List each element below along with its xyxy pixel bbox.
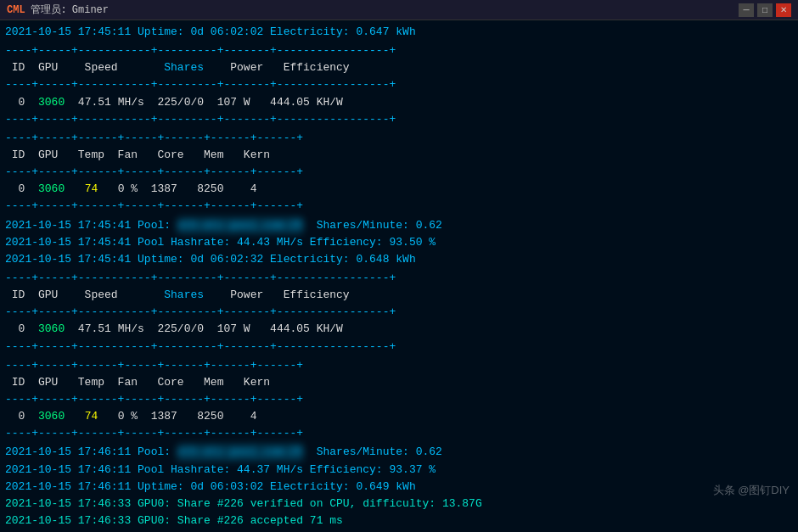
title-bar: CML 管理员: Gminer ─ □ ✕	[0, 0, 798, 20]
table4-div-bot: ----+-----+------+-----+------+------+--…	[5, 425, 793, 442]
table1-div-bot: ----+-----+-----------+---------+-------…	[5, 111, 793, 128]
table2-div-mid: ----+-----+------+-----+------+------+--…	[5, 164, 793, 181]
minimize-button[interactable]: ─	[739, 3, 754, 17]
hashrate-line-2: 2021-10-15 17:46:11 Pool Hashrate: 44.37…	[5, 462, 793, 479]
table4-div-top: ----+-----+------+-----+------+------+--…	[5, 357, 793, 374]
table3-div-bot: ----+-----+-----------+---------+-------…	[5, 339, 793, 356]
share-verify-line: 2021-10-15 17:46:33 GPU0: Share #226 ver…	[5, 496, 793, 512]
speed-table-1: ----+-----+-----------+---------+-------…	[5, 42, 793, 128]
terminal-output: 2021-10-15 17:45:11 Uptime: 0d 06:02:02 …	[0, 20, 798, 532]
uptime-line-3: 2021-10-15 17:46:11 Uptime: 0d 06:03:02 …	[5, 479, 793, 496]
hashrate-line-1: 2021-10-15 17:45:41 Pool Hashrate: 44.43…	[5, 234, 793, 251]
speed-table-2: ----+-----+-----------+---------+-------…	[5, 270, 793, 356]
maximize-button[interactable]: □	[757, 3, 773, 17]
table2-row: 0 3060 74 0 % 1387 8250 4	[5, 181, 793, 198]
close-button[interactable]: ✕	[776, 3, 791, 17]
table3-div-top: ----+-----+-----------+---------+-------…	[5, 270, 793, 287]
pool-line-1: 2021-10-15 17:45:41 Pool: eth-etc-pool.c…	[5, 217, 793, 234]
table4-header: ID GPU Temp Fan Core Mem Kern	[5, 374, 793, 391]
temp-table-2: ----+-----+------+-----+------+------+--…	[5, 357, 793, 443]
table4-row: 0 3060 74 0 % 1387 8250 4	[5, 408, 793, 425]
table3-header: ID GPU Speed Shares Power Efficiency	[5, 287, 793, 304]
table3-row: 0 3060 47.51 MH/s 225/0/0 107 W 444.05 K…	[5, 321, 793, 338]
table1-row: 0 3060 47.51 MH/s 225/0/0 107 W 444.05 K…	[5, 94, 793, 111]
uptime-line-1: 2021-10-15 17:45:11 Uptime: 0d 06:02:02 …	[5, 24, 793, 41]
table2-div-top: ----+-----+------+-----+------+------+--…	[5, 130, 793, 147]
table1-div-top: ----+-----+-----------+---------+-------…	[5, 42, 793, 59]
window-controls: ─ □ ✕	[739, 3, 791, 17]
temp-table-1: ----+-----+------+-----+------+------+--…	[5, 130, 793, 216]
app-title: Gminer	[72, 4, 109, 16]
table1-div-mid: ----+-----+-----------+---------+-------…	[5, 76, 793, 93]
admin-label: 管理员:	[31, 3, 67, 17]
app-icon: CML	[7, 4, 25, 16]
share-accept-line: 2021-10-15 17:46:33 GPU0: Share #226 acc…	[5, 512, 793, 529]
table2-header: ID GPU Temp Fan Core Mem Kern	[5, 147, 793, 164]
table3-div-mid: ----+-----+-----------+---------+-------…	[5, 304, 793, 321]
table2-div-bot: ----+-----+------+-----+------+------+--…	[5, 198, 793, 215]
uptime-line-2: 2021-10-15 17:45:41 Uptime: 0d 06:02:32 …	[5, 251, 793, 268]
table4-div-mid: ----+-----+------+-----+------+------+--…	[5, 391, 793, 408]
pool-line-2: 2021-10-15 17:46:11 Pool: eth-etc-pool.c…	[5, 444, 793, 461]
table1-header: ID GPU Speed Shares Power Efficiency	[5, 59, 793, 76]
